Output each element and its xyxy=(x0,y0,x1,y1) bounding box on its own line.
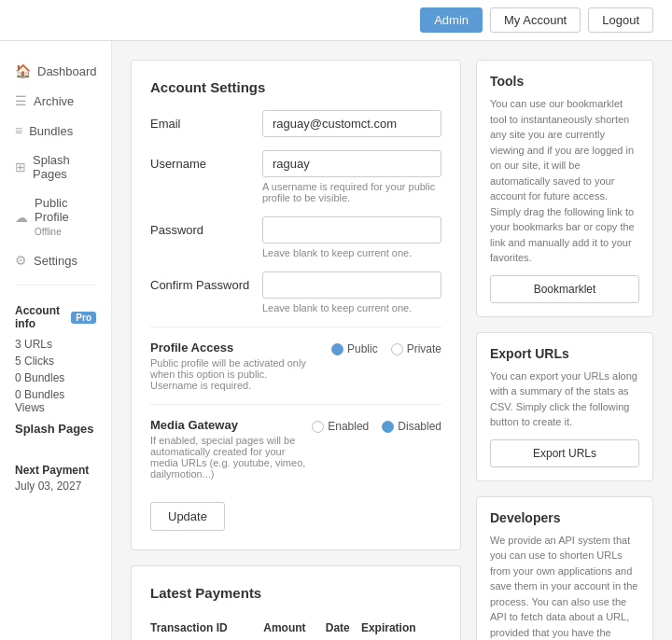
latest-payments-card: Latest Payments Transaction ID Amount Da… xyxy=(131,565,461,640)
developers-title: Developers xyxy=(490,510,639,525)
developers-section: Developers We provide an API system that… xyxy=(476,496,653,641)
export-urls-title: Export URLs xyxy=(490,346,639,361)
username-row: Username A username is required for your… xyxy=(150,150,441,203)
sidebar-divider xyxy=(15,285,96,285)
next-payment-section: Next Payment July 03, 2027 xyxy=(0,454,111,502)
account-settings-card: Account Settings Email Username A userna… xyxy=(131,60,461,550)
email-label: Email xyxy=(150,110,253,131)
col-amount: Amount xyxy=(263,616,325,640)
col-date: Date xyxy=(326,616,361,640)
sidebar-item-dashboard[interactable]: 🏠 Dashboard xyxy=(0,56,111,86)
export-urls-button[interactable]: Export URLs xyxy=(490,439,639,467)
sidebar-item-settings[interactable]: ⚙ Settings xyxy=(0,245,111,275)
export-urls-section: Export URLs You can export your URLs alo… xyxy=(476,332,653,481)
tools-title: Tools xyxy=(490,74,639,89)
password-label: Password xyxy=(150,216,253,237)
right-col: Tools You can use our bookmarklet tool t… xyxy=(476,60,653,640)
bundles-icon: ≡ xyxy=(15,123,22,138)
splash-pages-icon: ⊞ xyxy=(15,160,26,174)
disabled-option[interactable]: Disabled xyxy=(382,420,441,433)
enabled-label: Enabled xyxy=(328,420,369,433)
my-account-button[interactable]: My Account xyxy=(490,7,581,33)
email-row: Email xyxy=(150,110,441,137)
media-gateway-desc: Media Gateway If enabled, special pages … xyxy=(150,418,311,480)
public-option[interactable]: Public xyxy=(331,342,378,355)
tools-section: Tools You can use our bookmarklet tool t… xyxy=(476,60,653,317)
latest-payments-title: Latest Payments xyxy=(150,585,441,601)
profile-access-row: Profile Access Public profile will be ac… xyxy=(150,327,441,391)
password-row: Password Leave blank to keep current one… xyxy=(150,216,441,258)
settings-icon: ⚙ xyxy=(15,253,27,268)
profile-access-title: Profile Access xyxy=(150,341,311,355)
logout-button[interactable]: Logout xyxy=(588,7,653,33)
next-payment-label: Next Payment xyxy=(15,464,96,477)
password-hint: Leave blank to keep current one. xyxy=(262,247,441,258)
stat-urls: 3 URLs xyxy=(15,336,96,353)
email-input[interactable] xyxy=(262,110,441,137)
confirm-password-row: Confirm Password Leave blank to keep cur… xyxy=(150,271,441,313)
sidebar-item-public-profile[interactable]: ☁ Public Profile Offline xyxy=(0,188,111,245)
sidebar-label-bundles: Bundles xyxy=(29,124,73,138)
payments-table: Transaction ID Amount Date Expiration xyxy=(150,616,441,640)
private-label: Private xyxy=(407,342,441,355)
disabled-label: Disabled xyxy=(398,420,441,433)
private-radio[interactable] xyxy=(391,343,403,355)
export-urls-description: You can export your URLs along with a su… xyxy=(490,369,639,430)
profile-access-desc: Profile Access Public profile will be ac… xyxy=(150,341,311,391)
media-gateway-title: Media Gateway xyxy=(150,418,311,432)
sidebar-item-bundles[interactable]: ≡ Bundles xyxy=(0,116,111,146)
sidebar-label-dashboard: Dashboard xyxy=(37,64,97,78)
stat-bundles: 0 Bundles xyxy=(15,369,96,386)
stat-bundle-views: 0 Bundles Views xyxy=(15,386,96,416)
public-radio[interactable] xyxy=(331,343,343,355)
cloud-icon: ☁ xyxy=(15,210,28,225)
username-input[interactable] xyxy=(262,150,441,177)
account-info-label: Account info Pro xyxy=(15,304,96,330)
next-payment-date: July 03, 2027 xyxy=(15,480,96,493)
sidebar-label-splash-pages: Splash Pages xyxy=(33,153,96,181)
profile-access-options: Public Private xyxy=(311,341,441,355)
sidebar-label-archive: Archive xyxy=(34,94,74,108)
col-expiration: Expiration xyxy=(361,616,441,640)
profile-access-text: Public profile will be activated only wh… xyxy=(150,357,311,391)
enabled-option[interactable]: Enabled xyxy=(312,420,369,433)
username-label: Username xyxy=(150,150,253,171)
private-option[interactable]: Private xyxy=(391,342,441,355)
home-icon: 🏠 xyxy=(15,63,31,78)
center-col: Account Settings Email Username A userna… xyxy=(131,60,461,640)
sidebar: 🏠 Dashboard ☰ Archive ≡ Bundles ⊞ Splash… xyxy=(0,41,112,640)
offline-badge: Offline xyxy=(35,227,62,237)
main-content: Account Settings Email Username A userna… xyxy=(112,41,672,640)
email-field-wrapper xyxy=(262,110,441,137)
pro-badge: Pro xyxy=(71,312,96,324)
sidebar-item-archive[interactable]: ☰ Archive xyxy=(0,86,111,116)
password-field-wrapper: Leave blank to keep current one. xyxy=(262,216,441,258)
sidebar-label-public-profile: Public Profile Offline xyxy=(35,196,96,238)
tools-description: You can use our bookmarklet tool to inst… xyxy=(490,96,639,266)
top-nav: Admin My Account Logout xyxy=(0,0,672,41)
sidebar-label-settings: Settings xyxy=(34,254,77,268)
media-gateway-row: Media Gateway If enabled, special pages … xyxy=(150,404,441,480)
sidebar-item-splash-pages[interactable]: ⊞ Splash Pages xyxy=(0,146,111,188)
account-settings-title: Account Settings xyxy=(150,79,441,95)
password-input[interactable] xyxy=(262,216,441,243)
public-label: Public xyxy=(347,342,378,355)
enabled-radio[interactable] xyxy=(312,421,324,433)
col-transaction-id: Transaction ID xyxy=(150,616,263,640)
confirm-password-input[interactable] xyxy=(262,271,441,299)
confirm-password-label: Confirm Password xyxy=(150,271,253,292)
media-gateway-text: If enabled, special pages will be automa… xyxy=(150,435,311,480)
admin-button[interactable]: Admin xyxy=(420,7,483,33)
disabled-radio[interactable] xyxy=(382,421,394,433)
update-button[interactable]: Update xyxy=(150,502,225,531)
bookmarklet-button[interactable]: Bookmarklet xyxy=(490,275,639,303)
media-gateway-options: Enabled Disabled xyxy=(311,418,441,433)
splash-pages-label: Splash Pages xyxy=(15,416,96,438)
confirm-password-hint: Leave blank to keep current one. xyxy=(262,302,441,313)
main-layout: 🏠 Dashboard ☰ Archive ≡ Bundles ⊞ Splash… xyxy=(0,41,672,640)
account-info-section: Account info Pro 3 URLs 5 Clicks 0 Bundl… xyxy=(0,295,111,447)
stat-clicks: 5 Clicks xyxy=(15,353,96,369)
developers-description: We provide an API system that you can us… xyxy=(490,533,639,641)
archive-icon: ☰ xyxy=(15,93,27,108)
confirm-password-field-wrapper: Leave blank to keep current one. xyxy=(262,271,441,313)
